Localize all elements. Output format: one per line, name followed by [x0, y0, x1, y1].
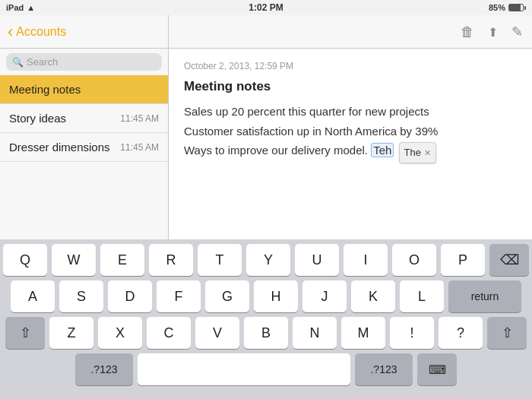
detail-pane[interactable]: October 2, 2013, 12:59 PM Meeting notes …	[169, 49, 532, 239]
key-exclaim[interactable]: !	[390, 317, 434, 349]
key-u[interactable]: U	[295, 244, 339, 276]
key-q[interactable]: Q	[3, 244, 47, 276]
space-key[interactable]	[138, 353, 350, 385]
key-o[interactable]: O	[392, 244, 436, 276]
note-title: Meeting notes	[184, 79, 517, 94]
key-c[interactable]: C	[147, 317, 191, 349]
time-display: 1:02 PM	[249, 2, 283, 13]
key-s[interactable]: S	[59, 280, 103, 312]
note-item-dresser[interactable]: Dresser dimensions 11:45 AM	[0, 133, 168, 162]
note-line-3: Ways to improve our delivery model. Teh …	[184, 141, 517, 162]
key-k[interactable]: K	[351, 280, 395, 312]
key-m[interactable]: M	[341, 317, 385, 349]
backspace-key[interactable]: ⌫	[489, 244, 529, 276]
key-p[interactable]: P	[441, 244, 485, 276]
compose-button[interactable]	[511, 23, 523, 40]
note-line-3-text: Ways to improve our delivery model.	[184, 144, 368, 157]
back-button[interactable]: Accounts	[8, 24, 66, 40]
return-key[interactable]: return	[448, 280, 521, 312]
note-item-title: Meeting notes	[9, 83, 81, 96]
key-n[interactable]: N	[293, 317, 337, 349]
typed-word-container: Teh The ✕	[371, 144, 436, 157]
sidebar-nav: Accounts	[0, 15, 169, 48]
key-y[interactable]: Y	[246, 244, 290, 276]
status-left: iPad ▲	[6, 3, 35, 12]
autocorrect-close-icon[interactable]: ✕	[424, 146, 431, 160]
key-z[interactable]: Z	[49, 317, 93, 349]
key-j[interactable]: J	[302, 280, 347, 312]
share-button[interactable]	[488, 23, 498, 40]
trash-button[interactable]	[461, 23, 474, 40]
nav-row: Accounts	[0, 15, 532, 49]
battery-percent: 85%	[489, 3, 505, 12]
keyboard: Q W E R T Y U I O P ⌫ A S D F G H J K L …	[0, 239, 532, 399]
note-list: Meeting notes Story ideas 11:45 AM Dress…	[0, 75, 168, 239]
note-item-title: Story ideas	[9, 112, 66, 125]
kb-row-1: Q W E R T Y U I O P ⌫	[3, 244, 529, 276]
note-item-time: 11:45 AM	[120, 113, 159, 124]
wifi-icon: ▲	[27, 3, 35, 12]
typed-word: Teh	[371, 143, 394, 157]
key-a[interactable]: A	[11, 280, 55, 312]
key-v[interactable]: V	[195, 317, 239, 349]
kb-row-2: A S D F G H J K L return	[3, 280, 529, 312]
search-bar[interactable]: 🔍 Search	[6, 53, 162, 71]
detail-nav	[169, 15, 532, 48]
note-item-meeting-notes[interactable]: Meeting notes	[0, 75, 168, 104]
note-line-1: Sales up 20 percent this quarter for new…	[184, 102, 517, 122]
key-x[interactable]: X	[98, 317, 142, 349]
key-h[interactable]: H	[254, 280, 298, 312]
app-area: Accounts 🔍 Search Meeting notes Story id…	[0, 15, 532, 399]
content-row: 🔍 Search Meeting notes Story ideas 11:45…	[0, 49, 532, 239]
key-d[interactable]: D	[108, 280, 152, 312]
status-right: 85%	[489, 3, 526, 12]
kb-row-4: .?123 .?123 ⌨	[3, 353, 529, 385]
search-placeholder: Search	[27, 56, 58, 68]
autocorrect-suggestion: The	[404, 144, 421, 161]
key-r[interactable]: R	[149, 244, 193, 276]
key-f[interactable]: F	[157, 280, 201, 312]
key-b[interactable]: B	[244, 317, 288, 349]
note-body: Sales up 20 percent this quarter for new…	[184, 102, 517, 162]
key-l[interactable]: L	[400, 280, 444, 312]
kb-row-3: ⇧ Z X C V B N M ! ? ⇧	[3, 317, 529, 349]
symbols-key-left[interactable]: .?123	[75, 353, 133, 385]
status-bar: iPad ▲ 1:02 PM 85%	[0, 0, 532, 15]
shift-key-right[interactable]: ⇧	[487, 317, 527, 349]
chevron-left-icon	[8, 24, 13, 40]
search-icon: 🔍	[12, 57, 24, 68]
battery-icon	[508, 4, 526, 11]
key-w[interactable]: W	[52, 244, 96, 276]
symbols-key-right[interactable]: .?123	[355, 353, 413, 385]
shift-key[interactable]: ⇧	[5, 317, 45, 349]
note-date: October 2, 2013, 12:59 PM	[184, 61, 517, 71]
note-item-story-ideas[interactable]: Story ideas 11:45 AM	[0, 104, 168, 133]
note-line-2: Customer satisfaction up in North Americ…	[184, 122, 517, 141]
sidebar: 🔍 Search Meeting notes Story ideas 11:45…	[0, 49, 169, 239]
key-g[interactable]: G	[205, 280, 249, 312]
note-item-title: Dresser dimensions	[9, 141, 110, 154]
back-label: Accounts	[16, 25, 66, 39]
key-question[interactable]: ?	[439, 317, 483, 349]
key-i[interactable]: I	[344, 244, 388, 276]
keyboard-toggle-key[interactable]: ⌨	[417, 353, 457, 385]
note-item-time: 11:45 AM	[120, 142, 159, 153]
key-t[interactable]: T	[198, 244, 242, 276]
carrier-label: iPad	[6, 3, 24, 12]
autocorrect-popup[interactable]: The ✕	[399, 142, 436, 163]
key-e[interactable]: E	[100, 244, 144, 276]
